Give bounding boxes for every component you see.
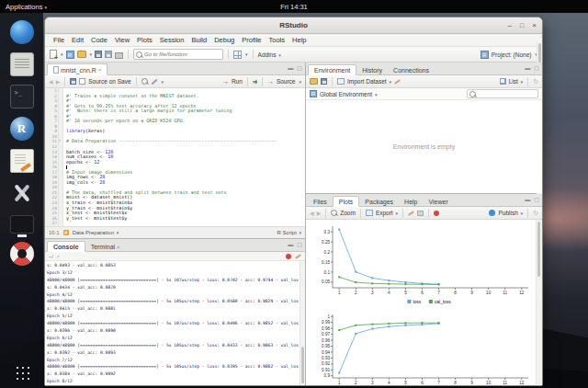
minimize-pane-icon[interactable]: ▬ xyxy=(525,64,530,72)
back-icon[interactable]: ◀ xyxy=(49,78,53,85)
minimize-pane-icon[interactable]: ▬ xyxy=(288,64,293,72)
refresh-icon[interactable]: ↻ xyxy=(533,78,538,86)
menu-item[interactable]: Build xyxy=(187,36,210,44)
import-dataset-button[interactable]: Import Dataset ▾ xyxy=(347,78,391,85)
clear-environment-icon[interactable] xyxy=(394,79,401,85)
menu-item[interactable]: Tools xyxy=(266,36,289,44)
open-wd-icon[interactable]: ↗ xyxy=(56,254,60,259)
maximize-button[interactable]: □ xyxy=(520,22,524,29)
console-output[interactable]: s: 0.0493 - val_acc: 0.9853Epoch 3/12480… xyxy=(45,261,305,385)
code-tools-icon[interactable] xyxy=(151,78,157,85)
close-tab-icon[interactable]: × xyxy=(98,67,102,73)
save-icon[interactable] xyxy=(95,51,102,58)
goto-file-search[interactable] xyxy=(133,49,223,60)
tab-viewer[interactable]: Viewer xyxy=(424,197,454,206)
pane-layout-icon[interactable] xyxy=(233,51,242,59)
firefox-icon[interactable] xyxy=(10,20,34,44)
show-applications-icon[interactable] xyxy=(14,364,30,381)
save-all-icon[interactable] xyxy=(105,51,112,58)
tab-console[interactable]: Console xyxy=(47,241,85,252)
help-icon[interactable] xyxy=(10,242,34,266)
menu-item[interactable]: Edit xyxy=(68,36,87,44)
tab-environment[interactable]: Environment xyxy=(308,64,356,75)
remove-plot-icon[interactable] xyxy=(408,211,414,216)
interrupt-r-button[interactable] xyxy=(286,254,291,259)
previous-plot-icon[interactable]: ◀ xyxy=(310,210,314,216)
zoom-button[interactable]: Zoom xyxy=(340,210,356,216)
next-plot-icon[interactable]: ▶ xyxy=(317,210,322,216)
project-selector[interactable]: R Project: (None) ▾ xyxy=(481,51,537,59)
tab-mnist-cnn[interactable]: mnist_cnn.R × xyxy=(47,63,107,75)
scope-selector[interactable]: Global Environment ▾ xyxy=(320,91,377,97)
save-source-icon[interactable] xyxy=(70,78,76,85)
publish-button[interactable]: Publish ▾ xyxy=(498,210,523,216)
tab-plots[interactable]: Plots xyxy=(333,196,360,207)
print-icon[interactable] xyxy=(115,52,123,59)
section-selector[interactable]: Data Preparation ▾ xyxy=(73,230,119,235)
menu-item[interactable]: Plots xyxy=(133,36,156,44)
load-workspace-icon[interactable] xyxy=(310,78,318,85)
minimize-pane-icon[interactable]: ▬ xyxy=(525,196,530,203)
files-icon[interactable] xyxy=(10,52,34,76)
console-line: Epoch 6/12 xyxy=(47,335,299,342)
menu-item[interactable]: Profile xyxy=(238,36,265,44)
tab-help[interactable]: Help xyxy=(399,197,423,206)
export-button[interactable]: Export ▾ xyxy=(376,210,398,216)
forward-icon[interactable]: ▶ xyxy=(56,78,61,85)
console-toolbar: ~/ ↗ xyxy=(45,252,305,261)
clear-console-icon[interactable] xyxy=(295,254,301,259)
source-button[interactable]: Source xyxy=(277,78,296,85)
maximize-pane-icon[interactable]: ▢ xyxy=(534,64,539,72)
tab-packages[interactable]: Packages xyxy=(359,197,399,206)
file-type-selector[interactable]: R Script ▾ xyxy=(277,230,301,235)
display-icon[interactable] xyxy=(10,215,34,234)
code-editor[interactable]: 1 2 #' Trains a simple convnet on the MN… xyxy=(45,88,305,226)
tab-connections[interactable]: Connections xyxy=(388,65,435,74)
clear-plots-icon[interactable] xyxy=(417,211,424,216)
svg-text:4: 4 xyxy=(388,291,390,295)
svg-text:8: 8 xyxy=(454,291,457,295)
window-titlebar[interactable]: RStudio – □ × xyxy=(45,17,542,34)
environment-search[interactable] xyxy=(467,89,538,98)
rstudio-icon[interactable] xyxy=(10,117,34,141)
console-scrollbar[interactable] xyxy=(300,261,305,385)
open-file-icon[interactable] xyxy=(77,51,86,58)
stop-icon[interactable] xyxy=(434,211,439,216)
run-button[interactable]: Run xyxy=(232,78,243,85)
minimize-pane-icon[interactable]: ▬ xyxy=(288,241,293,248)
menu-item[interactable]: File xyxy=(50,36,68,44)
find-replace-icon[interactable] xyxy=(141,78,148,85)
goto-file-input[interactable] xyxy=(144,51,220,57)
rerun-icon[interactable]: ⇉ xyxy=(253,78,257,85)
list-view-selector[interactable]: List ▾ xyxy=(509,78,523,85)
addins-button[interactable]: Addins ▾ xyxy=(258,51,281,58)
tools-icon[interactable] xyxy=(10,181,34,205)
new-project-icon[interactable]: R xyxy=(66,51,74,59)
menu-item[interactable]: Session xyxy=(156,36,188,44)
save-workspace-icon[interactable] xyxy=(321,78,327,85)
tab-terminal[interactable]: Terminal× xyxy=(85,242,126,251)
maximize-pane-icon[interactable]: ▢ xyxy=(534,196,539,203)
menu-item[interactable]: Help xyxy=(288,36,310,44)
files-tabbar: Files Plots Packages Help Viewer ▬ ▢ xyxy=(306,194,542,207)
menu-item[interactable]: View xyxy=(111,36,133,44)
new-file-icon[interactable] xyxy=(50,50,57,59)
menu-item[interactable]: Code xyxy=(87,36,111,44)
console-pane: Console Terminal× ▬ ▢ ~/ ↗ xyxy=(45,239,305,385)
menu-item[interactable]: Debug xyxy=(210,36,238,44)
refresh-plots-icon[interactable]: ↻ xyxy=(533,210,538,217)
close-tab-icon[interactable]: × xyxy=(117,245,120,250)
tab-files[interactable]: Files xyxy=(308,197,333,206)
terminal-icon[interactable] xyxy=(10,85,34,108)
maximize-pane-icon[interactable]: ▢ xyxy=(297,241,302,248)
maximize-pane-icon[interactable]: ▢ xyxy=(297,64,302,72)
r-file-icon xyxy=(53,66,59,74)
tab-history[interactable]: History xyxy=(356,65,388,74)
plots-scrollbar[interactable] xyxy=(536,220,542,385)
close-button[interactable]: × xyxy=(532,22,537,29)
minimize-button[interactable]: – xyxy=(508,22,512,29)
clock[interactable]: Fri 14:31 xyxy=(0,3,588,11)
source-on-save-checkbox[interactable] xyxy=(79,78,85,85)
svg-text:10: 10 xyxy=(486,291,492,295)
text-editor-icon[interactable] xyxy=(10,149,34,173)
